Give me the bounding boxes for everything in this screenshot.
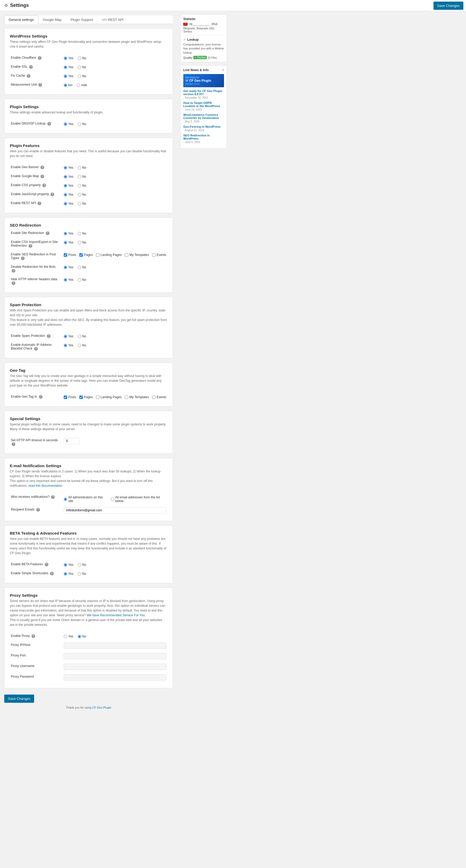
geo-events-label[interactable]: Events [152, 395, 166, 399]
enable-proxy-no-radio[interactable] [78, 635, 81, 638]
measurement-km-radio[interactable] [64, 84, 67, 87]
geo-banner-help-icon[interactable]: ? [40, 165, 44, 169]
site-redirection-help-icon[interactable]: ? [46, 231, 50, 235]
cloudflare-help-icon[interactable]: ? [38, 56, 41, 60]
auto-ip-blacklist-no-radio[interactable] [78, 344, 81, 347]
read-documentation-link[interactable]: read this documentation [28, 484, 62, 488]
fixcache-yes-radio[interactable] [64, 74, 67, 78]
dns-isp-yes-radio[interactable] [64, 122, 67, 126]
news-item-1-title[interactable]: How to Target GDPR Location in the WordP… [183, 101, 224, 107]
seo-posts-label[interactable]: Posts [64, 253, 76, 257]
geo-pages-label[interactable]: Pages [79, 395, 93, 399]
proxy-username-input[interactable] [64, 663, 166, 670]
disable-bots-yes-radio[interactable] [64, 266, 67, 269]
disable-bots-help-icon[interactable]: ? [12, 269, 15, 273]
enable-proxy-no-label[interactable]: No [78, 634, 86, 638]
news-item-0-title[interactable]: Get ready for CF Geo Plugin version 8.0.… [183, 89, 224, 96]
auto-ip-blacklist-help-icon[interactable]: ? [34, 347, 38, 350]
proxy-recommended-link[interactable]: We have Recommended Service For You. [87, 613, 146, 617]
cloudflare-yes-radio[interactable] [64, 57, 67, 60]
top-save-button[interactable]: Save Changes [433, 2, 463, 10]
js-property-yes-label[interactable]: Yes [64, 193, 73, 196]
geo-banner-no-label[interactable]: No [78, 166, 86, 169]
ssl-yes-label[interactable]: Yes [64, 65, 73, 69]
proxy-password-input[interactable] [64, 674, 166, 681]
footer-plugin-link[interactable]: CF Geo Plugin [92, 706, 111, 709]
http-referrer-yes-radio[interactable] [64, 278, 67, 282]
ssl-no-label[interactable]: No [78, 65, 86, 69]
seo-events-checkbox[interactable] [152, 253, 156, 257]
google-map-help-icon[interactable]: ? [40, 175, 44, 178]
js-property-help-icon[interactable]: ? [51, 192, 54, 196]
spam-protection-no-radio[interactable] [78, 335, 81, 338]
site-redirection-yes-radio[interactable] [64, 232, 67, 235]
auto-ip-blacklist-no-label[interactable]: No [78, 343, 86, 347]
news-close-icon[interactable]: × [222, 68, 224, 72]
auto-ip-blacklist-yes-label[interactable]: Yes [64, 343, 73, 347]
js-property-no-radio[interactable] [78, 193, 81, 196]
geo-events-checkbox[interactable] [152, 396, 156, 399]
google-map-yes-label[interactable]: Yes [64, 175, 73, 179]
disable-bots-yes-label[interactable]: Yes [64, 266, 73, 269]
spam-protection-help-icon[interactable]: ? [47, 334, 51, 338]
enable-proxy-yes-radio[interactable] [64, 635, 67, 638]
site-redirection-yes-label[interactable]: Yes [64, 231, 73, 235]
geo-banner-yes-radio[interactable] [64, 166, 67, 169]
enable-proxy-yes-label[interactable]: Yes [64, 634, 73, 638]
css-property-no-radio[interactable] [78, 184, 81, 187]
csv-import-yes-radio[interactable] [64, 241, 67, 244]
http-timeout-help-icon[interactable]: ? [12, 442, 15, 446]
tab-googlemap[interactable]: Google Map [38, 16, 66, 24]
ssl-no-radio[interactable] [78, 66, 81, 69]
spam-protection-yes-label[interactable]: Yes [64, 335, 73, 338]
enable-proxy-help-icon[interactable]: ? [31, 634, 35, 638]
enable-simple-shortcodes-help-icon[interactable]: ? [50, 571, 54, 575]
ssl-yes-radio[interactable] [64, 66, 67, 69]
geo-banner-no-radio[interactable] [78, 166, 81, 169]
css-property-yes-radio[interactable] [64, 184, 67, 187]
geo-mytemplates-checkbox[interactable] [125, 396, 128, 399]
seo-landing-checkbox[interactable] [96, 253, 99, 257]
seo-mytemplates-label[interactable]: My Templates [125, 253, 149, 257]
csv-import-help-icon[interactable]: ? [29, 244, 32, 248]
fixcache-yes-label[interactable]: Yes [64, 74, 73, 78]
tab-general[interactable]: General settings [4, 16, 38, 24]
google-map-yes-radio[interactable] [64, 175, 67, 179]
tab-restapi[interactable]: </> REST API [98, 16, 128, 24]
site-redirection-no-radio[interactable] [78, 232, 81, 235]
http-referrer-no-label[interactable]: No [78, 278, 86, 282]
dns-isp-no-radio[interactable] [78, 122, 81, 126]
measurement-help-icon[interactable]: ? [38, 83, 42, 87]
dns-isp-yes-label[interactable]: Yes [64, 122, 73, 126]
css-property-help-icon[interactable]: ? [42, 184, 46, 187]
csv-import-no-radio[interactable] [78, 241, 81, 244]
geo-pages-checkbox[interactable] [79, 396, 83, 399]
email-list-label[interactable]: All email addresses from the list below [111, 495, 166, 503]
rest-api-help-icon[interactable]: ? [37, 202, 41, 205]
seo-posts-checkbox[interactable] [64, 253, 67, 257]
bottom-save-button[interactable]: Save Changes [4, 694, 34, 703]
geo-posts-checkbox[interactable] [64, 396, 67, 399]
email-list-radio[interactable] [111, 498, 114, 501]
seo-pages-checkbox[interactable] [79, 253, 83, 257]
enable-beta-yes-radio[interactable] [64, 563, 67, 567]
geo-tag-in-help-icon[interactable]: ? [39, 395, 42, 399]
csv-import-yes-label[interactable]: Yes [64, 241, 73, 244]
enable-simple-shortcodes-no-radio[interactable] [78, 572, 81, 576]
cloudflare-yes-label[interactable]: Yes [64, 56, 73, 60]
rest-api-yes-label[interactable]: Yes [64, 202, 73, 206]
css-property-yes-label[interactable]: Yes [64, 184, 73, 187]
http-timeout-input[interactable] [64, 438, 80, 444]
csv-import-no-label[interactable]: No [78, 241, 86, 244]
geo-banner-yes-label[interactable]: Yes [64, 166, 73, 169]
proxy-port-input[interactable] [64, 653, 166, 659]
seo-landing-label[interactable]: Landing Pages [96, 253, 122, 257]
css-property-no-label[interactable]: No [78, 184, 86, 187]
news-item-3-title[interactable]: Geo-Fencing in WordPress [183, 125, 224, 128]
cloudflare-no-radio[interactable] [78, 57, 81, 60]
tab-pluginsupport[interactable]: Plugin Support [66, 16, 98, 24]
enable-beta-help-icon[interactable]: ? [45, 563, 49, 566]
enable-simple-shortcodes-yes-radio[interactable] [64, 572, 67, 576]
disable-bots-no-label[interactable]: No [78, 266, 86, 269]
google-map-no-label[interactable]: No [78, 175, 86, 179]
